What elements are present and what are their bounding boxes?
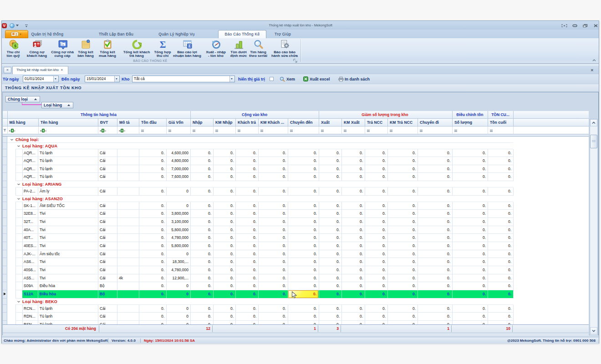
svg-text:Σ: Σ <box>188 44 191 48</box>
svg-text:$: $ <box>14 44 16 48</box>
svg-text:Σ: Σ <box>160 40 166 49</box>
